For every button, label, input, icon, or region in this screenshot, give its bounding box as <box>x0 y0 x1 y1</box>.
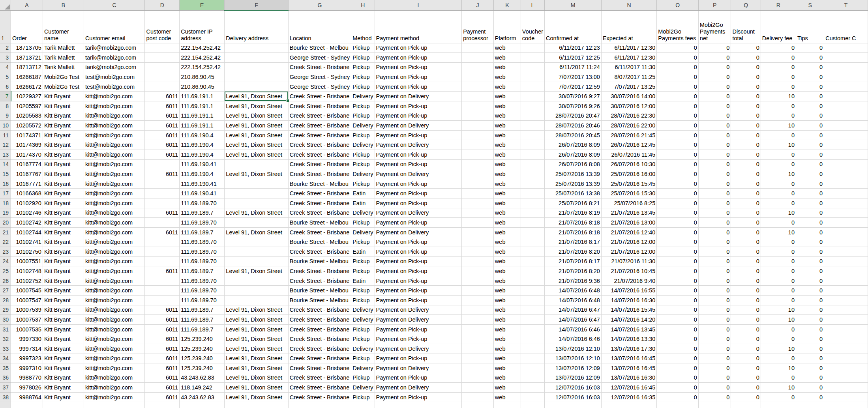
cell-A29[interactable]: 10007539 <box>11 305 43 315</box>
cell-B14[interactable]: Kitt Bryant <box>43 159 84 169</box>
cell-Q17[interactable]: 0 <box>731 189 761 198</box>
cell-F26[interactable] <box>225 276 288 286</box>
cell-P4[interactable]: 0 <box>698 62 731 72</box>
cell-M3[interactable]: 6/11/2017 12:25 <box>545 53 602 63</box>
cell-T27[interactable] <box>824 286 868 296</box>
cell-C36[interactable]: kitt@mobi2go.com <box>84 373 145 383</box>
cell-P29[interactable]: 0 <box>698 305 731 315</box>
cell-I15[interactable]: Payment on Delivery <box>375 169 462 179</box>
cell-T33[interactable] <box>824 344 868 354</box>
row-header-31[interactable]: 31 <box>0 324 11 334</box>
cell-D26[interactable] <box>145 276 180 286</box>
cell-M15[interactable]: 25/07/2016 13:39 <box>545 169 602 179</box>
cell-Q35[interactable]: 0 <box>731 363 761 373</box>
cell-F10[interactable]: Level 91, Dixon Street <box>225 121 288 131</box>
cell-B30[interactable]: Kitt Bryant <box>43 315 84 325</box>
column-header-T[interactable]: T <box>824 0 868 10</box>
cell-C26[interactable]: kitt@mobi2go.com <box>84 276 145 286</box>
cell-D29[interactable]: 6011 <box>145 305 180 315</box>
cell-H36[interactable]: Pickup <box>351 373 375 383</box>
cell-J38[interactable] <box>462 392 494 402</box>
cell-C16[interactable]: kitt@mobi2go.com <box>84 179 145 189</box>
cell-H22[interactable]: Pickup <box>351 237 375 247</box>
cell-M35[interactable]: 13/07/2016 12:09 <box>545 363 602 373</box>
row-header-19[interactable]: 19 <box>0 208 11 218</box>
cell-P30[interactable]: 0 <box>698 315 731 325</box>
cell-S2[interactable]: 0 <box>796 43 824 53</box>
cell-A18[interactable]: 10102920 <box>11 198 43 208</box>
cell-R2[interactable]: 0 <box>761 43 796 53</box>
cell-N30[interactable]: 14/07/2016 14:20 <box>601 315 656 325</box>
cell-A25[interactable]: 10102748 <box>11 266 43 276</box>
cell-D37[interactable]: 6011 <box>145 383 180 393</box>
cell-E17[interactable]: 111.69.190.41 <box>180 189 225 198</box>
cell-C20[interactable]: kitt@mobi2go.com <box>84 218 145 228</box>
cell-C29[interactable]: kitt@mobi2go.com <box>84 305 145 315</box>
cell-K2[interactable]: web <box>493 43 521 53</box>
cell-R21[interactable]: 10 <box>761 227 796 237</box>
cell-F22[interactable] <box>225 237 288 247</box>
cell-H30[interactable]: Delivery <box>351 315 375 325</box>
cell-O33[interactable]: 0 <box>657 344 699 354</box>
row-header-7[interactable]: 7 <box>0 92 11 101</box>
cell-S4[interactable]: 0 <box>796 62 824 72</box>
cell-F23[interactable] <box>225 247 288 256</box>
cell-L29[interactable] <box>521 305 544 315</box>
cell-K8[interactable]: web <box>493 101 521 111</box>
cell-B38[interactable]: Kitt Bryant <box>43 392 84 402</box>
cell-B23[interactable]: Kitt Bryant <box>43 247 84 256</box>
cell-B15[interactable]: Kitt Bryant <box>43 169 84 179</box>
cell-B33[interactable]: Kitt Bryant <box>43 344 84 354</box>
cell-L11[interactable] <box>521 130 544 140</box>
cell-O19[interactable]: 0 <box>657 208 699 218</box>
cell-Q16[interactable]: 0 <box>731 179 761 189</box>
cell-C24[interactable]: kitt@mobi2go.com <box>84 256 145 266</box>
cell-Q32[interactable]: 0 <box>731 334 761 344</box>
row-header-partial[interactable] <box>0 402 11 408</box>
row-header-26[interactable]: 26 <box>0 276 11 286</box>
cell-F15[interactable]: Level 91, Dixon Street <box>225 169 288 179</box>
cell-J3[interactable] <box>462 53 494 63</box>
cell-N33[interactable]: 13/07/2016 17:30 <box>601 344 656 354</box>
cell-F28[interactable] <box>225 295 288 305</box>
cell-K33[interactable]: web <box>493 344 521 354</box>
cell-M30[interactable]: 14/07/2016 6:47 <box>545 315 602 325</box>
cell-A14[interactable]: 10167774 <box>11 159 43 169</box>
cell-M13[interactable]: 26/07/2016 8:09 <box>545 150 602 160</box>
cell-I21[interactable]: Payment on Delivery <box>375 227 462 237</box>
column-header-S[interactable]: S <box>796 0 824 10</box>
cell-D22[interactable] <box>145 237 180 247</box>
cell-D33[interactable]: 6011 <box>145 344 180 354</box>
cell-B31[interactable]: Kitt Bryant <box>43 324 84 334</box>
cell-R17[interactable]: 0 <box>761 189 796 198</box>
cell-S36[interactable]: 0 <box>796 373 824 383</box>
cell-E9[interactable]: 111.69.191.1 <box>180 111 225 121</box>
cell-B25[interactable]: Kitt Bryant <box>43 266 84 276</box>
cell-J4[interactable] <box>462 62 494 72</box>
cell-H35[interactable]: Delivery <box>351 363 375 373</box>
cell-P18[interactable]: 0 <box>698 198 731 208</box>
cell-R30[interactable]: 10 <box>761 315 796 325</box>
cell-S23[interactable]: 0 <box>796 247 824 256</box>
cell-K18[interactable]: web <box>493 198 521 208</box>
cell-K4[interactable]: web <box>493 62 521 72</box>
row-header-20[interactable]: 20 <box>0 218 11 228</box>
cell-H33[interactable]: Delivery <box>351 344 375 354</box>
cell-Q31[interactable]: 0 <box>731 324 761 334</box>
cell-T32[interactable] <box>824 334 868 344</box>
cell-P16[interactable]: 0 <box>698 179 731 189</box>
cell-Q13[interactable]: 0 <box>731 150 761 160</box>
cell-S27[interactable]: 0 <box>796 286 824 296</box>
cell-K32[interactable]: web <box>493 334 521 344</box>
cell-R18[interactable]: 0 <box>761 198 796 208</box>
cell-F2[interactable] <box>225 43 288 53</box>
cell-D23[interactable] <box>145 247 180 256</box>
cell-K20[interactable]: web <box>493 218 521 228</box>
cell-B37[interactable]: Kitt Bryant <box>43 383 84 393</box>
cell-K16[interactable]: web <box>493 179 521 189</box>
cell-F38[interactable]: Level 91, Dixon Street <box>225 392 288 402</box>
cell-C12[interactable]: kitt@mobi2go.com <box>84 140 145 150</box>
cell-P38[interactable]: 0 <box>698 392 731 402</box>
cell-B8[interactable]: Kitt Bryant <box>43 101 84 111</box>
cell-T13[interactable] <box>824 150 868 160</box>
